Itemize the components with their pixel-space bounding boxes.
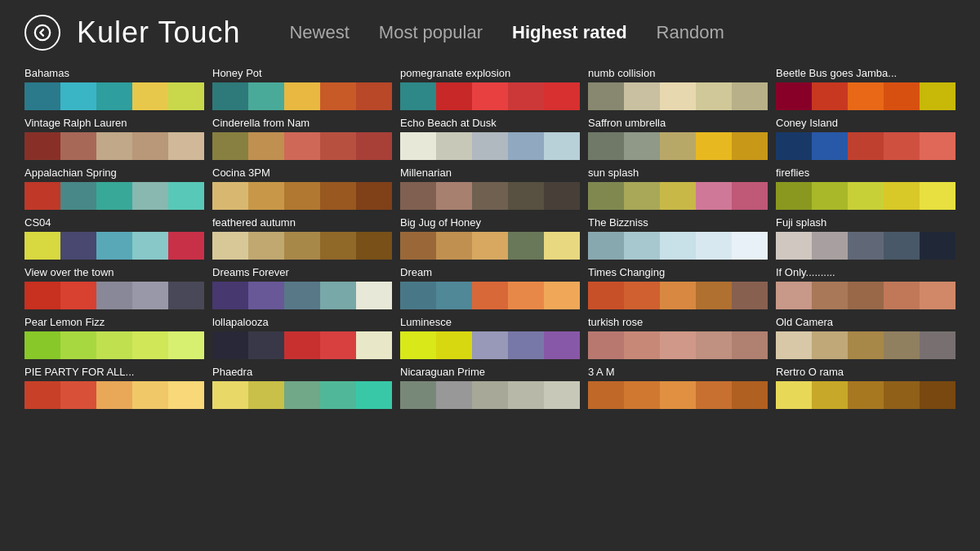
palette-name: Vintage Ralph Lauren [24,117,204,129]
palette-name: Bahamas [24,67,204,79]
color-swatch [132,182,168,210]
palette-item[interactable]: Cocina 3PM [212,162,392,211]
palette-name: Times Changing [588,266,768,278]
color-strip [400,331,580,359]
palette-item[interactable]: Dream [400,261,580,311]
palette-item[interactable]: numb collision [588,62,768,112]
palette-item[interactable]: The Bizzniss [588,211,768,261]
color-swatch [732,82,768,110]
color-swatch [132,232,168,260]
palette-item[interactable]: lollapalooza [212,311,392,361]
color-swatch [812,331,848,359]
color-swatch [168,132,204,160]
color-swatch [848,331,884,359]
nav-most-popular[interactable]: Most popular [379,22,483,43]
color-swatch [212,182,248,210]
palette-item[interactable]: Dreams Forever [212,261,392,311]
color-swatch [168,82,204,110]
palette-item[interactable]: Fuji splash [776,211,956,261]
color-strip [776,82,956,110]
color-swatch [248,331,284,359]
palette-item[interactable]: pomegranate explosion [400,62,580,112]
color-swatch [732,182,768,210]
palette-item[interactable]: Echo Beach at Dusk [400,112,580,162]
palette-item[interactable]: Rertro O rama [776,361,956,411]
palette-name: The Bizzniss [588,216,768,229]
color-swatch [24,182,60,210]
color-strip [212,182,392,210]
color-swatch [660,331,696,359]
color-swatch [848,232,884,260]
color-swatch [884,182,920,210]
nav-random[interactable]: Random [657,22,724,43]
color-swatch [920,381,956,409]
color-swatch [732,381,768,409]
color-swatch [544,282,580,309]
color-strip [400,82,580,110]
palette-item[interactable]: Coney Island [776,112,956,162]
palette-item[interactable]: Times Changing [588,261,768,311]
color-swatch [96,331,132,359]
palette-item[interactable]: Pear Lemon Fizz [24,311,204,361]
palette-item[interactable]: PIE PARTY FOR ALL... [24,361,204,411]
palette-item[interactable]: Phaedra [212,361,392,411]
palette-item[interactable]: Appalachian Spring [24,162,204,211]
color-swatch [248,182,284,210]
nav-highest-rated[interactable]: Highest rated [512,22,627,43]
back-button[interactable] [24,15,60,51]
color-swatch [284,282,320,309]
palette-item[interactable]: turkish rose [588,311,768,361]
palette-name: Dreams Forever [212,266,392,278]
nav-newest[interactable]: Newest [289,22,349,43]
palette-item[interactable]: Saffron umbrella [588,112,768,162]
color-swatch [660,282,696,309]
color-swatch [848,381,884,409]
color-swatch [732,331,768,359]
palette-item[interactable]: feathered autumn [212,211,392,261]
color-swatch [356,132,392,160]
color-swatch [472,82,508,110]
palette-item[interactable]: 3 A M [588,361,768,411]
palette-item[interactable]: Cinderella from Nam [212,112,392,162]
color-swatch [248,282,284,309]
color-swatch [848,132,884,160]
color-swatch [24,381,60,409]
color-strip [588,182,768,210]
color-swatch [732,232,768,260]
color-swatch [544,82,580,110]
palette-item[interactable]: Beetle Bus goes Jamba... [776,62,956,112]
color-swatch [588,132,624,160]
color-swatch [588,82,624,110]
color-swatch [660,132,696,160]
color-swatch [920,182,956,210]
palette-item[interactable]: Nicaraguan Prime [400,361,580,411]
palette-item[interactable]: Millenarian [400,162,580,211]
color-strip [776,182,956,210]
palette-item[interactable]: fireflies [776,162,956,211]
color-swatch [168,282,204,309]
color-swatch [60,82,96,110]
palette-item[interactable]: CS04 [24,211,204,261]
palette-item[interactable]: sun splash [588,162,768,211]
palette-item[interactable]: If Only.......... [776,261,956,311]
color-swatch [884,132,920,160]
color-swatch [624,381,660,409]
color-swatch [212,82,248,110]
palette-item[interactable]: Luminesce [400,311,580,361]
color-swatch [248,232,284,260]
color-swatch [436,331,472,359]
color-swatch [848,182,884,210]
palette-item[interactable]: Old Camera [776,311,956,361]
palette-item[interactable]: View over the town [24,261,204,311]
palette-item[interactable]: Honey Pot [212,62,392,112]
color-swatch [696,232,732,260]
color-swatch [776,331,812,359]
color-strip [400,182,580,210]
palette-item[interactable]: Vintage Ralph Lauren [24,112,204,162]
palette-item[interactable]: Bahamas [24,62,204,112]
palette-item[interactable]: Big Jug of Honey [400,211,580,261]
color-swatch [776,232,812,260]
color-strip [588,232,768,260]
color-swatch [212,232,248,260]
color-swatch [248,132,284,160]
